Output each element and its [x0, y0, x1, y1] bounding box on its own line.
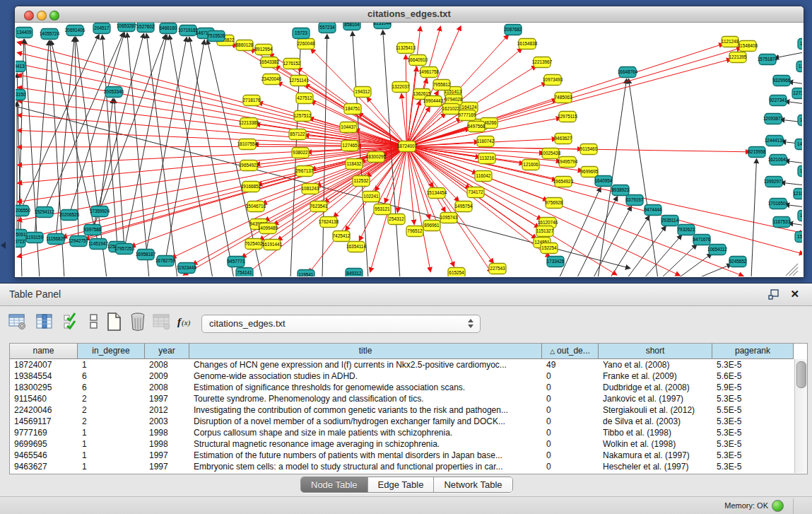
- graph-node[interactable]: 9329966: [773, 76, 791, 86]
- table-cell[interactable]: 6: [78, 370, 145, 382]
- float-panel-icon[interactable]: [768, 289, 779, 300]
- graph-node[interactable]: 17359924: [90, 206, 110, 217]
- graph-node[interactable]: 11156829: [46, 234, 66, 245]
- graph-node[interactable]: 254312: [388, 214, 405, 225]
- graph-node[interactable]: 14099489: [258, 223, 278, 234]
- table-cell[interactable]: Genome-wide association studies in ADHD.: [189, 370, 542, 382]
- function-builder-icon[interactable]: f (x): [175, 311, 196, 332]
- graph-node[interactable]: 2935114: [661, 216, 679, 226]
- table-cell[interactable]: Dudbridge et al. (2008): [599, 382, 712, 393]
- graph-node[interactable]: 896961: [423, 221, 440, 231]
- graph-node[interactable]: 17624138: [319, 217, 339, 228]
- graph-node[interactable]: 15046716: [246, 201, 266, 212]
- table-cell[interactable]: Yano et al. (2008): [599, 359, 712, 370]
- table-cell[interactable]: 6: [78, 382, 145, 393]
- table-cell[interactable]: 1: [78, 438, 145, 450]
- table-selector-dropdown[interactable]: citations_edges.txt: [201, 315, 481, 333]
- table-cell[interactable]: 2: [78, 416, 145, 427]
- graph-node[interactable]: 102241: [363, 192, 379, 202]
- graph-node[interactable]: 935061: [16, 230, 27, 240]
- table-cell[interactable]: 0: [542, 404, 599, 416]
- graph-node[interactable]: 12751141: [289, 76, 309, 86]
- column-header-in_degree[interactable]: in_degree: [78, 344, 145, 359]
- graph-node[interactable]: 127343: [792, 88, 802, 99]
- table-cell[interactable]: 9463627: [10, 461, 78, 472]
- graph-node[interactable]: 1160742: [477, 136, 495, 147]
- graph-node[interactable]: 12161: [798, 166, 802, 177]
- graph-node[interactable]: 134409: [16, 28, 33, 38]
- table-cell[interactable]: 0: [542, 438, 599, 450]
- network-view-canvas[interactable]: 1872400776638228860128891295416543382234…: [16, 23, 802, 276]
- collapse-arrow-icon[interactable]: [1, 242, 6, 249]
- graph-node[interactable]: 858104: [343, 23, 360, 30]
- graph-node[interactable]: 8215958: [748, 147, 766, 158]
- graph-node[interactable]: 12975115: [558, 112, 577, 122]
- table-cell[interactable]: Stergiakouli et al. (2012): [599, 404, 712, 416]
- table-cell[interactable]: de Silva et al. (2003): [599, 416, 712, 427]
- new-document-icon[interactable]: [103, 311, 124, 332]
- table-cell[interactable]: Corpus callosum shape and size in male p…: [189, 427, 542, 438]
- graph-node[interactable]: 557234: [319, 23, 336, 33]
- graph-node[interactable]: 16648764: [618, 67, 638, 78]
- table-cell[interactable]: Changes of HCN gene expression and I(f) …: [189, 359, 542, 370]
- graph-node[interactable]: 1121248: [722, 37, 739, 47]
- table-cell[interactable]: 9699695: [10, 438, 78, 450]
- graph-node[interactable]: 1621022: [442, 104, 460, 115]
- table-cell[interactable]: 2: [78, 404, 145, 416]
- table-cell[interactable]: Embryonic stem cells: a model to study s…: [189, 461, 542, 472]
- table-cell[interactable]: 5.3E-5: [712, 461, 794, 472]
- graph-node[interactable]: 7425412: [333, 231, 351, 242]
- graph-node[interactable]: 1276152: [283, 59, 301, 69]
- column-header-pagerank[interactable]: pagerank: [712, 344, 794, 359]
- graph-node[interactable]: 19495794: [558, 157, 578, 168]
- graph-node[interactable]: 10025438: [541, 148, 561, 159]
- graph-node[interactable]: 9227341: [770, 95, 787, 106]
- delete-table-icon[interactable]: [151, 311, 172, 332]
- column-header-out_de[interactable]: △out_de...: [542, 344, 599, 359]
- table-cell[interactable]: 1: [78, 450, 145, 461]
- table-cell[interactable]: 5.3E-5: [712, 393, 794, 404]
- table-cell[interactable]: 0: [542, 427, 599, 438]
- table-cell[interactable]: 1998: [145, 438, 189, 450]
- graph-node[interactable]: 7932621: [678, 225, 695, 235]
- graph-node[interactable]: 1081243: [302, 184, 319, 194]
- tab-node-table[interactable]: Node Table: [301, 477, 368, 492]
- graph-node[interactable]: 9699695: [581, 167, 599, 177]
- table-cell[interactable]: 5.3E-5: [712, 359, 794, 370]
- graph-node[interactable]: 16154838: [517, 39, 538, 49]
- graph-node[interactable]: 796512: [406, 226, 423, 237]
- graph-node[interactable]: 9245652: [729, 257, 747, 267]
- network-window-titlebar[interactable]: citations_edges.txt: [15, 6, 804, 23]
- graph-node[interactable]: 8912954: [255, 45, 273, 55]
- graph-node[interactable]: 15191: [798, 39, 802, 49]
- table-cell[interactable]: 19384554: [10, 370, 78, 382]
- table-cell[interactable]: 1997: [145, 450, 189, 461]
- graph-node[interactable]: 17957253: [114, 244, 135, 255]
- column-visibility-icon[interactable]: [34, 311, 55, 332]
- graph-node[interactable]: 119541: [298, 270, 314, 277]
- graph-node[interactable]: 12093872: [763, 114, 784, 124]
- table-cell[interactable]: 2008: [145, 382, 189, 393]
- tab-network-table[interactable]: Network Table: [434, 477, 512, 492]
- graph-node[interactable]: 9397588: [84, 225, 102, 235]
- graph-node[interactable]: 1167533: [773, 217, 791, 228]
- graph-node[interactable]: 10653287: [117, 23, 137, 32]
- table-row[interactable]: 1938455462009Genome-wide association stu…: [10, 370, 794, 382]
- graph-node[interactable]: 7955812: [433, 80, 451, 90]
- graph-node[interactable]: 113216: [478, 153, 495, 164]
- table-cell[interactable]: 2003: [145, 416, 189, 427]
- table-cell[interactable]: Tibbo et al. (1998): [599, 427, 712, 438]
- table-cell[interactable]: 0: [542, 450, 599, 461]
- graph-node[interactable]: 8860128: [236, 40, 254, 51]
- column-header-year[interactable]: year: [145, 344, 189, 359]
- graph-node[interactable]: 152254: [541, 243, 558, 254]
- graph-node[interactable]: 16782759: [155, 256, 176, 267]
- graph-node[interactable]: 12444134: [765, 136, 785, 146]
- graph-node[interactable]: 18107554: [237, 139, 258, 150]
- table-cell[interactable]: 1997: [145, 461, 189, 472]
- table-cell[interactable]: 22420046: [10, 404, 78, 416]
- graph-node[interactable]: 20691406: [65, 25, 86, 36]
- table-row[interactable]: 911546021997Tourette syndrome. Phenomeno…: [10, 393, 794, 404]
- graph-node[interactable]: 1193159: [26, 233, 44, 243]
- graph-node[interactable]: 19654923: [553, 177, 574, 187]
